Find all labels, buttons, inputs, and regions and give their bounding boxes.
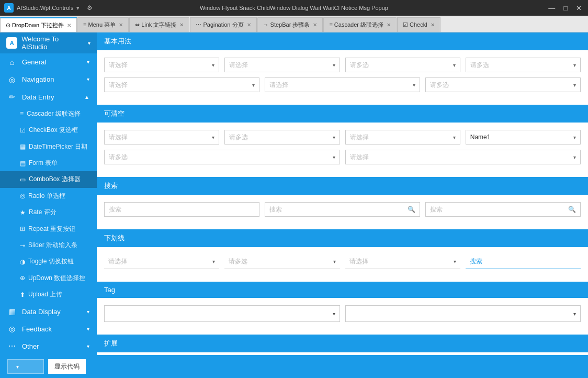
bottom-dropdown[interactable]: ▾ bbox=[7, 359, 44, 374]
title-bar: A AIStudio.Wpf.Controls ▾ ⚙ Window Flyou… bbox=[0, 0, 588, 16]
tab-close-link[interactable]: ✕ bbox=[179, 22, 184, 28]
tab-close-dropdown[interactable]: ✕ bbox=[67, 23, 71, 28]
chevron-down-icon-t2: ▾ bbox=[573, 311, 576, 317]
search-input-2[interactable]: 搜索 🔍 bbox=[265, 202, 420, 217]
sidebar-combobox-label: ComboBox 选择器 bbox=[29, 175, 81, 184]
clearable-dropdown-6[interactable]: 请选择 ▾ bbox=[345, 150, 581, 164]
section-search: 搜索 搜索 搜索 🔍 搜索 🔍 bbox=[97, 177, 588, 229]
other-icon: ⋯ bbox=[7, 342, 17, 350]
sidebar-item-datadisplay[interactable]: ▦ Data Display ▾ bbox=[0, 303, 97, 320]
search-input-1[interactable]: 搜索 bbox=[104, 202, 259, 217]
tab-close-pagination[interactable]: ✕ bbox=[247, 22, 251, 28]
clearable-dropdown-3[interactable]: 请选择 ▾ bbox=[345, 130, 460, 144]
checkbox-icon: ☑ bbox=[20, 127, 26, 134]
close-button[interactable]: ✕ bbox=[574, 4, 584, 12]
sidebar-item-combobox[interactable]: ▭ ComboBox 选择器 bbox=[0, 171, 97, 187]
clearable-row-2: 请多选 ▾ 请选择 ▾ bbox=[104, 150, 581, 164]
tab-dropdown[interactable]: ⊙ DropDown 下拉控件 ✕ bbox=[0, 17, 77, 32]
sidebar-repeat-label: Repeat 重复按钮 bbox=[28, 225, 75, 234]
basic-dropdown-6[interactable]: 请选择 ▾ bbox=[265, 77, 420, 92]
sidebar-item-feedback[interactable]: ◎ Feedback ▾ bbox=[0, 320, 97, 338]
sidebar-item-navigation[interactable]: ◎ Navigation ▾ bbox=[0, 71, 97, 88]
sidebar-item-datetimepicker[interactable]: ▦ DateTimePicker 日期 bbox=[0, 138, 97, 154]
sidebar-item-radio[interactable]: ◎ Radio 单选框 bbox=[0, 188, 97, 204]
app-name-arrow[interactable]: ▾ bbox=[76, 5, 80, 12]
sidebar-item-slider[interactable]: ⊸ Slider 滑动输入条 bbox=[0, 237, 97, 253]
sidebar-item-repeat[interactable]: ⊞ Repeat 重复按钮 bbox=[0, 220, 97, 237]
underline-row-1: 请选择 ▾ 请多选 ▾ 请选择 ▾ 搜索 bbox=[104, 254, 581, 269]
section-expand-header: 扩展 bbox=[97, 335, 588, 352]
sidebar-item-general[interactable]: ⌂ General ▾ bbox=[0, 53, 97, 71]
sidebar-item-upload[interactable]: ⬆ Upload 上传 bbox=[0, 286, 97, 303]
sidebar-item-dataentry[interactable]: ✏ Data Entry ▲ bbox=[0, 88, 97, 105]
tab-stepbar[interactable]: → StepBar 步骤条 ✕ bbox=[257, 17, 323, 32]
section-basic-body: 请选择 ▾ 请选择 ▾ 请多选 ▾ 请多选 ▾ bbox=[97, 50, 588, 105]
tab-close-menu[interactable]: ✕ bbox=[119, 22, 123, 28]
sidebar-item-rate[interactable]: ★ Rate 评分 bbox=[0, 204, 97, 220]
clearable-dropdown-5[interactable]: 请多选 ▾ bbox=[104, 150, 340, 164]
show-code-button[interactable]: 显示代码 bbox=[48, 359, 86, 374]
tag-dropdown-1[interactable]: ▾ bbox=[104, 305, 340, 322]
sidebar-slider-label: Slider 滑动输入条 bbox=[28, 241, 77, 250]
window-controls: — □ ✕ bbox=[546, 4, 584, 12]
sidebar-checkbox-label: CheckBox 复选框 bbox=[29, 126, 78, 135]
datadisplay-icon: ▦ bbox=[7, 307, 17, 316]
minimize-button[interactable]: — bbox=[546, 4, 557, 12]
tab-pagination[interactable]: ⋯ Pagination 分页 ✕ bbox=[190, 17, 256, 32]
sidebar-item-form[interactable]: ▤ Form 表单 bbox=[0, 155, 97, 171]
underline-dropdown-2[interactable]: 请多选 ▾ bbox=[224, 254, 340, 269]
basic-dropdown-7[interactable]: 请多选 ▾ bbox=[425, 77, 581, 92]
tab-close-stepbar[interactable]: ✕ bbox=[313, 22, 317, 28]
sidebar-cascader-label: Cascader 级联选择 bbox=[27, 109, 81, 118]
tab-menu[interactable]: ≡ Menu 菜单 ✕ bbox=[77, 17, 129, 32]
section-clearable-header: 可清空 bbox=[97, 105, 588, 123]
search-input-3[interactable]: 搜索 🔍 bbox=[425, 202, 581, 217]
cascader-icon: ≡ bbox=[20, 110, 24, 117]
sidebar-navigation-label: Navigation bbox=[22, 75, 54, 83]
chevron-down-icon-7: ▾ bbox=[573, 82, 576, 88]
tab-close-cascader[interactable]: ✕ bbox=[387, 22, 391, 28]
underline-search-input[interactable]: 搜索 bbox=[466, 254, 581, 269]
tab-bar: ⊙ DropDown 下拉控件 ✕ ≡ Menu 菜单 ✕ ⇔ Link 文字链… bbox=[0, 16, 588, 32]
upload-icon: ⬆ bbox=[20, 291, 25, 298]
tab-checkl[interactable]: ☑ Checkl ✕ bbox=[397, 17, 440, 32]
settings-icon[interactable]: ⚙ bbox=[87, 4, 93, 12]
search-row-1: 搜索 搜索 🔍 搜索 🔍 bbox=[104, 202, 581, 217]
basic-dropdown-3[interactable]: 请多选 ▾ bbox=[345, 58, 460, 72]
chevron-down-icon-3: ▾ bbox=[453, 62, 456, 68]
bottom-bar: ▾ 显示代码 bbox=[0, 355, 588, 378]
sidebar-item-other[interactable]: ⋯ Other ▾ bbox=[0, 338, 97, 355]
tag-dropdown-2[interactable]: ▾ bbox=[345, 305, 581, 322]
clearable-dropdown-2[interactable]: 请多选 ▾ bbox=[224, 130, 340, 144]
content-area: 基本用法 请选择 ▾ 请选择 ▾ 请多选 ▾ bbox=[97, 32, 588, 355]
tab-close-checkl[interactable]: ✕ bbox=[431, 22, 435, 28]
chevron-down-icon: ▾ bbox=[212, 62, 214, 68]
home-icon: ⌂ bbox=[7, 58, 17, 66]
feedback-icon: ◎ bbox=[7, 325, 17, 333]
chevron-down-icon-4: ▾ bbox=[573, 62, 576, 68]
basic-dropdown-4[interactable]: 请多选 ▾ bbox=[466, 58, 581, 72]
sidebar-item-cascader[interactable]: ≡ Cascader 级联选择 bbox=[0, 106, 97, 122]
basic-row-1: 请选择 ▾ 请选择 ▾ 请多选 ▾ 请多选 ▾ bbox=[104, 58, 581, 72]
clearable-dropdown-1[interactable]: 请选择 ▾ bbox=[104, 130, 219, 144]
sidebar-item-updown[interactable]: ⊕ UpDown 数值选择控 bbox=[0, 270, 97, 286]
clearable-dropdown-4-value[interactable]: Name1 ▾ bbox=[466, 130, 581, 144]
maximize-button[interactable]: □ bbox=[561, 4, 570, 12]
sidebar-item-toggle[interactable]: ◑ Toggle 切换按钮 bbox=[0, 253, 97, 270]
sidebar-header[interactable]: A Welcome To AIStudio ▾ bbox=[0, 32, 97, 53]
underline-dropdown-3[interactable]: 请选择 ▾ bbox=[345, 254, 460, 269]
sidebar: A Welcome To AIStudio ▾ ⌂ General ▾ ◎ Na… bbox=[0, 32, 97, 355]
sidebar-datadisplay-label: Data Display bbox=[22, 308, 61, 316]
sidebar-datetime-label: DateTimePicker 日期 bbox=[29, 142, 87, 151]
chevron-down-icon-c1: ▾ bbox=[212, 135, 214, 140]
window-title: Window Flyout Snack ChildWindow Dialog W… bbox=[200, 5, 388, 11]
tab-cascader[interactable]: ≡ Cascader 级联选择 ✕ bbox=[323, 17, 397, 32]
basic-dropdown-5[interactable]: 请选择 ▾ bbox=[104, 77, 259, 92]
sidebar-feedback-label: Feedback bbox=[22, 325, 52, 333]
basic-dropdown-2[interactable]: 请选择 ▾ bbox=[224, 58, 340, 72]
underline-dropdown-1[interactable]: 请选择 ▾ bbox=[104, 254, 219, 269]
sidebar-dataentry-label: Data Entry bbox=[22, 93, 54, 101]
tab-link[interactable]: ⇔ Link 文字链接 ✕ bbox=[129, 17, 189, 32]
basic-dropdown-1[interactable]: 请选择 ▾ bbox=[104, 58, 219, 72]
sidebar-item-checkbox[interactable]: ☑ CheckBox 复选框 bbox=[0, 122, 97, 138]
